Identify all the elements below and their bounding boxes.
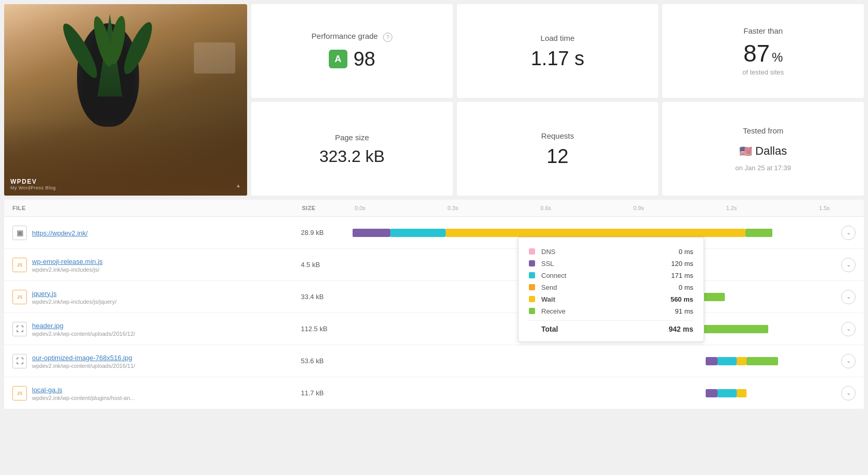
table-header: FILE SIZE 0.0s0.3s0.6s0.9s1.2s1.5s: [4, 200, 864, 217]
expand-row-button[interactable]: ⌄: [841, 290, 856, 304]
table-row: ⛶our-optimized-image-768x516.jpgwpdev2.i…: [4, 345, 864, 377]
expand-row-button[interactable]: ⌄: [841, 226, 856, 240]
expand-row-button[interactable]: ⌄: [841, 354, 856, 368]
tooltip-label: DNS: [541, 248, 662, 256]
tooltip-label: Connect: [541, 272, 662, 279]
table-row: ⛶header.jpgwpdev2.ink/wp-content/uploads…: [4, 313, 864, 345]
metric-performance-grade: Performance grade ? A 98: [251, 4, 453, 98]
table-row: JSlocal-ga.jswpdev2.ink/wp-content/plugi…: [4, 377, 864, 409]
file-info: wp-emoji-release.min.jswpdev2.ink/wp-inc…: [32, 257, 301, 273]
timeline-tick: 0.9s: [633, 205, 644, 211]
tooltip-value: 0 ms: [662, 248, 693, 256]
thumbnail-image: [4, 4, 247, 196]
file-type-icon: JS: [12, 258, 27, 272]
tested-from-city: Dallas: [755, 144, 787, 158]
file-link[interactable]: jquery.js: [32, 290, 56, 298]
tooltip-color-dot: [529, 248, 535, 255]
flag-icon: 🇺🇸: [739, 145, 752, 157]
file-path: wpdev2.ink/wp-content/uploads/2016/11/: [32, 363, 301, 369]
file-size: 4.5 kB: [301, 261, 353, 269]
file-path: wpdev2.ink/wp-includes/js/: [32, 266, 301, 273]
table-row: ▣https://wpdev2.ink/28.9 kBDNS0 msSSL120…: [4, 217, 864, 249]
timing-tooltip: DNS0 msSSL120 msConnect171 msSend0 msWai…: [518, 237, 704, 342]
file-timeline: DNS0 msSSL120 msConnect171 msSend0 msWai…: [353, 227, 836, 239]
table-body: ▣https://wpdev2.ink/28.9 kBDNS0 msSSL120…: [4, 217, 864, 409]
help-icon[interactable]: ?: [383, 33, 392, 42]
load-time-value: 1.17 s: [531, 49, 585, 68]
timeline-tick: 1.2s: [726, 205, 737, 211]
requests-label: Requests: [541, 131, 574, 140]
file-info: our-optimized-image-768x516.jpgwpdev2.in…: [32, 353, 301, 369]
file-link[interactable]: local-ga.js: [32, 386, 63, 394]
timing-bar: [747, 357, 778, 365]
timeline-tick: 0.6s: [540, 205, 551, 211]
expand-row-button[interactable]: ⌄: [841, 386, 856, 400]
tooltip-total-value: 942 ms: [662, 325, 693, 333]
file-type-icon: ▣: [12, 226, 27, 240]
table-row: JSjquery.jswpdev2.ink/wp-includes/js/jqu…: [4, 281, 864, 313]
tooltip-value: 91 ms: [662, 307, 693, 315]
file-type-icon: JS: [12, 386, 27, 400]
file-link[interactable]: header.jpg: [32, 322, 64, 330]
file-size: 53.6 kB: [301, 357, 353, 365]
tooltip-color-dot: [529, 296, 535, 302]
grade-number: 98: [354, 48, 375, 70]
expand-row-button[interactable]: ⌄: [841, 322, 856, 336]
metric-faster-than: Faster than 87 % of tested sites: [662, 4, 864, 98]
tooltip-color-dot: [529, 308, 535, 314]
faster-than-sub: of tested sites: [742, 68, 784, 76]
metric-tested-from: Tested from 🇺🇸 Dallas on Jan 25 at 17:39: [662, 102, 864, 196]
tooltip-label: SSL: [541, 260, 662, 268]
metric-page-size: Page size 323.2 kB: [251, 102, 453, 196]
col-file-header: FILE: [12, 205, 302, 211]
faster-than-percent: 87: [743, 41, 770, 65]
top-section: WPDEV My WordPress Blog ▲ Performance gr…: [0, 0, 868, 200]
requests-value: 12: [546, 146, 568, 166]
file-path: wpdev2.ink/wp-content/uploads/2016/12/: [32, 331, 301, 337]
tooltip-value: 560 ms: [662, 295, 693, 303]
col-timeline-header: 0.0s0.3s0.6s0.9s1.2s1.5s: [354, 205, 831, 211]
file-timeline: [353, 355, 836, 367]
timing-bar: [737, 389, 747, 397]
tooltip-label: Receive: [541, 307, 662, 315]
file-link[interactable]: https://wpdev2.ink/: [32, 229, 88, 237]
grade-badge: A: [329, 50, 347, 68]
file-size: 28.9 kB: [301, 229, 353, 236]
timing-bar: [718, 357, 737, 365]
thumbnail-label: WPDEV My WordPress Blog: [10, 178, 56, 190]
tested-from-date: on Jan 25 at 17:39: [735, 164, 791, 172]
tooltip-label: Send: [541, 284, 662, 291]
tooltip-total-label: Total: [529, 325, 662, 333]
file-info: https://wpdev2.ink/: [32, 229, 301, 237]
timeline-tick: 0.0s: [355, 205, 366, 211]
expand-row-button[interactable]: ⌄: [841, 258, 856, 272]
tested-from-label: Tested from: [743, 126, 783, 135]
faster-than-unit: %: [772, 50, 783, 65]
load-time-label: Load time: [541, 34, 575, 42]
timing-bar: [390, 229, 446, 237]
thumbnail-card: WPDEV My WordPress Blog ▲: [4, 4, 247, 196]
metrics-grid: Performance grade ? A 98 Load time 1.17 …: [251, 4, 864, 196]
tooltip-color-dot: [529, 272, 535, 278]
tooltip-value: 120 ms: [662, 260, 693, 268]
tooltip-row: Connect171 ms: [529, 270, 693, 281]
tooltip-color-dot: [529, 260, 535, 266]
file-timeline: [353, 387, 836, 399]
timing-bar: [737, 357, 747, 365]
timeline-ticks: 0.0s0.3s0.6s0.9s1.2s1.5s: [354, 205, 831, 211]
tooltip-row: DNS0 ms: [529, 246, 693, 258]
tooltip-label: Wait: [541, 295, 662, 303]
metric-requests: Requests 12: [457, 102, 659, 196]
metric-load-time: Load time 1.17 s: [457, 4, 659, 98]
page-size-label: Page size: [335, 133, 369, 142]
timeline-tick: 1.5s: [819, 205, 830, 211]
file-link[interactable]: our-optimized-image-768x516.jpg: [32, 354, 132, 362]
file-link[interactable]: wp-emoji-release.min.js: [32, 258, 103, 265]
timing-bar: [745, 229, 772, 237]
tooltip-row: Send0 ms: [529, 281, 693, 293]
file-type-icon: ⛶: [12, 354, 27, 368]
tooltip-total-row: Total942 ms: [529, 320, 693, 333]
tooltip-color-dot: [529, 284, 535, 290]
timing-bar: [706, 357, 718, 365]
file-info: jquery.jswpdev2.ink/wp-includes/js/jquer…: [32, 289, 301, 305]
